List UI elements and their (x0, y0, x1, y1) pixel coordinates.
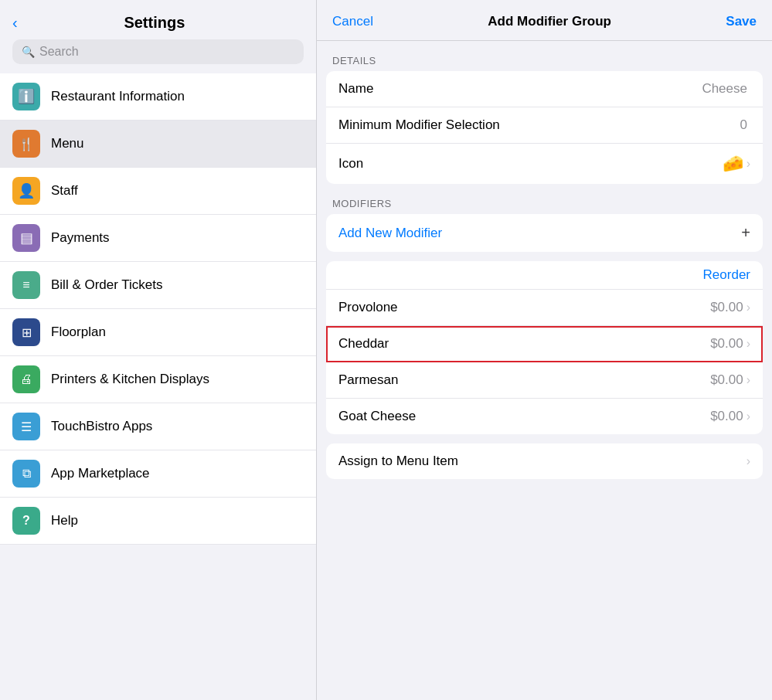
sidebar-item-label: Payments (51, 230, 110, 246)
staff-icon: 👤 (12, 177, 40, 205)
nav-list: ℹ️ Restaurant Information 🍴 Menu 👤 Staff… (0, 73, 316, 700)
modifier-price: $0.00 (710, 336, 743, 352)
icon-row[interactable]: Icon 🧀 › (326, 144, 763, 184)
sidebar-item-label: Bill & Order Tickets (51, 277, 163, 293)
sidebar-item-bill-order[interactable]: ≡ Bill & Order Tickets (0, 262, 316, 309)
printers-icon: 🖨 (12, 365, 40, 393)
modifier-cheddar[interactable]: Cheddar $0.00 › (326, 326, 763, 362)
menu-icon: 🍴 (12, 130, 40, 158)
modifier-name: Parmesan (338, 372, 710, 388)
reorder-button[interactable]: Reorder (703, 267, 750, 283)
plus-icon: + (741, 224, 750, 242)
chevron-icon: › (746, 454, 750, 468)
right-panel: Cancel Add Modifier Group Save DETAILS N… (317, 0, 772, 700)
bill-order-icon: ≡ (12, 271, 40, 299)
assign-card: Assign to Menu Item › (326, 443, 763, 479)
modifier-name: Goat Cheese (338, 409, 710, 424)
sidebar-item-label: App Marketplace (51, 466, 150, 481)
app-marketplace-icon: ⧉ (12, 460, 40, 488)
sidebar-item-label: TouchBistro Apps (51, 419, 152, 434)
add-modifier-card: Add New Modifier + (326, 214, 763, 252)
sidebar-item-floorplan[interactable]: ⊞ Floorplan (0, 309, 316, 356)
sidebar-item-payments[interactable]: ▤ Payments (0, 215, 316, 262)
min-modifier-value: 0 (740, 117, 747, 133)
sidebar-item-help[interactable]: ? Help (0, 498, 316, 545)
search-bar[interactable]: 🔍 Search (12, 39, 304, 64)
details-card: Name Cheese Minimum Modifier Selection 0… (326, 71, 763, 184)
sidebar-item-printers[interactable]: 🖨 Printers & Kitchen Displays (0, 356, 316, 403)
name-value: Cheese (702, 81, 747, 97)
touchbistro-apps-icon: ☰ (12, 413, 40, 440)
modifier-goat-cheese[interactable]: Goat Cheese $0.00 › (326, 399, 763, 434)
sidebar-item-staff[interactable]: 👤 Staff (0, 168, 316, 215)
details-section-label: DETAILS (317, 41, 772, 71)
chevron-icon: › (746, 337, 750, 351)
assign-label: Assign to Menu Item (338, 454, 746, 469)
left-header: ‹ Settings (0, 0, 316, 39)
sidebar-item-app-marketplace[interactable]: ⧉ App Marketplace (0, 450, 316, 498)
min-modifier-label: Minimum Modifier Selection (338, 117, 740, 133)
modifier-price: $0.00 (710, 300, 743, 315)
save-button[interactable]: Save (726, 14, 757, 29)
name-label: Name (338, 81, 702, 97)
sidebar-item-label: Menu (51, 136, 84, 151)
modifier-parmesan[interactable]: Parmesan $0.00 › (326, 362, 763, 399)
settings-title: Settings (27, 14, 282, 32)
modifier-name: Provolone (338, 300, 710, 315)
reorder-row: Reorder (326, 261, 763, 290)
page-title: Add Modifier Group (488, 14, 611, 29)
cancel-button[interactable]: Cancel (332, 14, 373, 29)
add-modifier-row[interactable]: Add New Modifier + (326, 214, 763, 252)
min-modifier-row[interactable]: Minimum Modifier Selection 0 (326, 107, 763, 144)
icon-emoji: 🧀 (723, 154, 743, 174)
chevron-icon: › (746, 373, 750, 387)
payments-icon: ▤ (12, 224, 40, 252)
modifiers-section-label: MODIFIERS (317, 184, 772, 214)
chevron-icon: › (746, 301, 750, 314)
right-header: Cancel Add Modifier Group Save (317, 0, 772, 41)
chevron-icon: › (746, 409, 750, 423)
help-icon: ? (12, 507, 40, 535)
add-modifier-label: Add New Modifier (338, 226, 741, 241)
sidebar-item-label: Restaurant Information (51, 89, 185, 104)
sidebar-item-label: Help (51, 513, 78, 528)
assign-to-menu-row[interactable]: Assign to Menu Item › (326, 443, 763, 479)
sidebar-item-menu[interactable]: 🍴 Menu (0, 121, 316, 168)
search-placeholder: Search (39, 45, 79, 59)
chevron-icon: › (746, 157, 750, 171)
sidebar-item-touchbistro-apps[interactable]: ☰ TouchBistro Apps (0, 403, 316, 450)
modifier-price: $0.00 (710, 409, 743, 424)
sidebar-item-label: Floorplan (51, 325, 106, 340)
restaurant-info-icon: ℹ️ (12, 83, 40, 110)
sidebar-item-label: Printers & Kitchen Displays (51, 372, 209, 387)
modifier-provolone[interactable]: Provolone $0.00 › (326, 290, 763, 326)
icon-label: Icon (338, 156, 723, 172)
sidebar-item-restaurant-info[interactable]: ℹ️ Restaurant Information (0, 73, 316, 121)
back-button[interactable]: ‹ (12, 14, 18, 32)
modifiers-list-card: Reorder Provolone $0.00 › Cheddar $0.00 … (326, 261, 763, 434)
modifier-price: $0.00 (710, 372, 743, 388)
search-icon: 🔍 (22, 46, 35, 58)
name-row[interactable]: Name Cheese (326, 71, 763, 107)
modifier-name: Cheddar (338, 336, 710, 352)
left-panel: ‹ Settings 🔍 Search ℹ️ Restaurant Inform… (0, 0, 317, 700)
sidebar-item-label: Staff (51, 183, 78, 199)
floorplan-icon: ⊞ (12, 318, 40, 346)
